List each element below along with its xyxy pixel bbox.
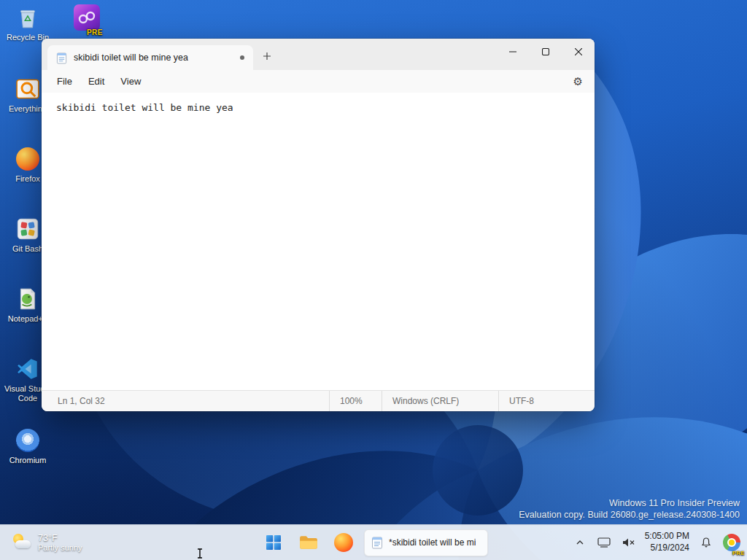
- cursor-position-status: Ln 1, Col 32: [42, 391, 329, 411]
- ibeam-cursor-icon: [197, 548, 203, 559]
- weather-condition: Partly sunny: [38, 543, 82, 552]
- vscode-icon: [15, 356, 41, 382]
- system-tray: 5:05:00 PM 5/19/2024 PRE: [570, 525, 743, 560]
- display-icon: [597, 537, 611, 548]
- close-icon: [575, 48, 582, 55]
- new-tab-button[interactable]: [256, 45, 278, 67]
- pre-badge: PRE: [732, 550, 745, 556]
- notification-button[interactable]: [697, 529, 716, 556]
- taskbar-center: *skibidi toilet will be mi: [259, 525, 488, 560]
- pre-badge: PRE: [87, 28, 103, 36]
- unsaved-dot-icon: [240, 55, 244, 60]
- tab-skibidi[interactable]: skibidi toilet will be mine yea: [47, 45, 253, 70]
- desktop-icon-label: Git Bash: [12, 244, 43, 254]
- desktop-icon-vs-preview[interactable]: PRE: [69, 4, 104, 33]
- notepad-plus-plus-icon: [15, 286, 41, 312]
- notepad-window: skibidi toilet will be mine yea: [42, 39, 595, 411]
- encoding-status[interactable]: UTF-8: [498, 391, 595, 411]
- file-explorer-button[interactable]: [294, 528, 323, 557]
- chevron-up-icon: [576, 540, 584, 545]
- everything-search-icon: [15, 76, 41, 102]
- clock-widget[interactable]: 5:05:00 PM 5/19/2024: [645, 531, 689, 553]
- menu-view[interactable]: View: [112, 73, 149, 90]
- start-button[interactable]: [259, 528, 288, 557]
- windows-logo-icon: [266, 534, 282, 551]
- close-button[interactable]: [562, 39, 595, 65]
- watermark-line2: Evaluation copy. Build 26080.ge_release.…: [519, 509, 740, 521]
- firefox-taskbar-button[interactable]: [329, 528, 358, 557]
- titlebar-drag-region[interactable]: [278, 39, 496, 70]
- line-ending-status[interactable]: Windows (CRLF): [382, 391, 498, 411]
- vs-preview-icon: PRE: [74, 4, 100, 31]
- plus-icon: [263, 52, 271, 61]
- desktop-icon-label: Firefox: [15, 174, 40, 184]
- hidden-icons-button[interactable]: [570, 529, 589, 556]
- text-editor-area[interactable]: skibidi toilet will be mine yea: [42, 93, 595, 390]
- settings-gear-icon[interactable]: ⚙: [573, 76, 583, 87]
- tab-strip: skibidi toilet will be mine yea: [42, 39, 595, 70]
- display-tray-button[interactable]: [595, 529, 614, 556]
- menu-file[interactable]: File: [49, 73, 80, 90]
- maximize-icon: [542, 48, 549, 55]
- running-app-title: *skibidi toilet will be mi: [389, 537, 476, 548]
- notepad-file-icon: [371, 536, 383, 549]
- mouse-cursor: [197, 548, 203, 560]
- notepad-file-icon: [56, 52, 67, 64]
- taskbar: 73°F Partly sunny: [0, 524, 747, 560]
- partly-sunny-icon: [12, 533, 32, 552]
- weather-widget[interactable]: 73°F Partly sunny: [7, 525, 87, 560]
- chromium-preview-icon: [723, 534, 740, 551]
- browser-preview-tray-button[interactable]: PRE: [721, 529, 743, 556]
- menu-bar: File Edit View ⚙: [42, 70, 595, 93]
- notepad-taskbar-button[interactable]: *skibidi toilet will be mi: [364, 529, 488, 556]
- clock-time: 5:05:00 PM: [645, 531, 689, 542]
- firefox-icon: [15, 146, 41, 172]
- tab-title: skibidi toilet will be mine yea: [74, 52, 188, 63]
- firefox-icon: [334, 533, 353, 552]
- eval-watermark: Windows 11 Pro Insider Preview Evaluatio…: [519, 497, 740, 521]
- weather-temperature: 73°F: [38, 533, 82, 543]
- minimize-icon: [509, 48, 516, 55]
- chromium-icon: [15, 427, 41, 454]
- recycle-bin-icon: [15, 4, 41, 31]
- window-controls: [496, 39, 595, 65]
- desktop: Recycle Bin PRE Everything: [0, 0, 747, 560]
- maximize-button[interactable]: [529, 39, 562, 65]
- clock-date: 5/19/2024: [651, 542, 689, 554]
- zoom-level-status[interactable]: 100%: [329, 391, 382, 411]
- bell-icon: [700, 537, 712, 548]
- git-bash-icon: [15, 216, 41, 242]
- desktop-icon-label: Chromium: [9, 456, 47, 465]
- speaker-mute-icon: [622, 537, 635, 548]
- menu-edit[interactable]: Edit: [80, 73, 112, 90]
- volume-tray-button[interactable]: [619, 529, 638, 556]
- desktop-icon-chromium[interactable]: Chromium: [2, 427, 53, 465]
- desktop-icon-recycle-bin[interactable]: Recycle Bin: [2, 4, 53, 42]
- minimize-button[interactable]: [496, 39, 529, 65]
- status-bar: Ln 1, Col 32 100% Windows (CRLF) UTF-8: [42, 390, 595, 411]
- folder-icon: [299, 534, 318, 551]
- watermark-line1: Windows 11 Pro Insider Preview: [519, 497, 740, 509]
